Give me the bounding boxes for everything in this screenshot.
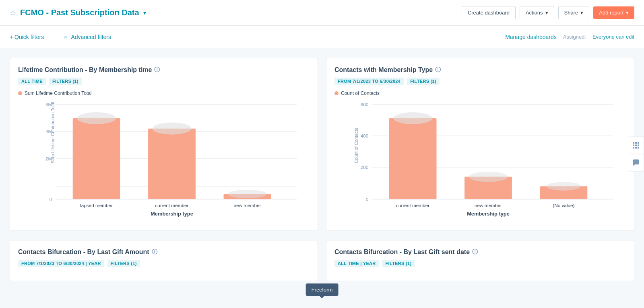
svg-rect-9	[73, 118, 120, 199]
bottom-card-1-tags: FROM 7/1/2023 TO 6/30/2024 | YEAR FILTER…	[18, 260, 310, 267]
assigned-value[interactable]: Everyone can edit	[592, 34, 634, 40]
bottom-card-2-tag-1[interactable]: FILTERS (1)	[382, 260, 415, 267]
svg-text:lapsed member: lapsed member	[80, 203, 113, 208]
svg-point-30	[469, 172, 508, 182]
svg-text:current member: current member	[396, 203, 429, 208]
chat-icon	[632, 159, 640, 166]
filters-bar: + Quick filters ≡ Advanced filters Manag…	[0, 26, 644, 48]
svg-rect-44	[635, 147, 637, 149]
svg-text:(No value): (No value)	[553, 203, 574, 208]
bottom-card-1-title: Contacts Bifurcation - By Last Gift Amou…	[18, 248, 310, 256]
svg-text:600: 600	[361, 102, 369, 107]
svg-rect-38	[635, 142, 637, 144]
filter-icon: ≡	[64, 34, 67, 40]
svg-text:current member: current member	[155, 203, 188, 208]
bottom-partial: Contacts Bifurcation - By Last Gift Amou…	[0, 240, 644, 291]
advanced-filters-button[interactable]: ≡ Advanced filters	[64, 34, 118, 40]
svg-rect-40	[633, 145, 634, 146]
filters-right: Manage dashboards Assigned: Everyone can…	[505, 34, 634, 40]
svg-rect-43	[633, 147, 634, 149]
svg-text:new member: new member	[475, 203, 502, 208]
bottom-card-2: Contacts Bifurcation - By Last Gift sent…	[326, 240, 634, 281]
header-left: ☆ FCMO - Past Subscription Data ▾	[10, 8, 146, 17]
dashboard-grid: Lifetime Contribution - By Membership ti…	[0, 48, 644, 240]
chart-card-2: Contacts with Membership Type ⓘ FROM 7/1…	[326, 58, 634, 230]
chart-1-wrapper: Sum Lifetime Contribution Total 6M 4M 2M…	[38, 100, 305, 222]
chart-2-tags: FROM 7/1/2023 TO 6/30/2024 FILTERS (1)	[334, 78, 626, 85]
page-title: FCMO - Past Subscription Data	[20, 8, 139, 17]
actions-button[interactable]: Actions ▾	[520, 6, 554, 19]
title-dropdown-icon[interactable]: ▾	[143, 10, 146, 16]
chart-1-legend: Sum Lifetime Contribution Total	[18, 90, 310, 96]
manage-dashboards-link[interactable]: Manage dashboards	[505, 34, 557, 40]
side-panel-grid-button[interactable]	[628, 137, 644, 154]
chart-2-info-icon[interactable]: ⓘ	[435, 66, 441, 74]
chart-2-svg: 600 400 200 0 current member new member …	[355, 100, 622, 221]
svg-rect-37	[633, 142, 634, 144]
grid-icon	[632, 142, 640, 149]
share-dropdown-icon: ▾	[580, 10, 583, 16]
quick-filters-button[interactable]: + Quick filters	[10, 34, 50, 40]
svg-point-12	[153, 123, 191, 135]
svg-text:200: 200	[361, 164, 369, 170]
chart-1-info-icon[interactable]: ⓘ	[154, 66, 160, 74]
svg-rect-27	[389, 118, 437, 199]
svg-point-32	[547, 182, 581, 190]
chart-2-legend-dot	[334, 91, 339, 95]
chart-2-tag-0[interactable]: FROM 7/1/2023 TO 6/30/2024	[334, 78, 404, 85]
bottom-card-2-tags: ALL TIME | YEAR FILTERS (1)	[334, 260, 626, 267]
chart-1-title: Lifetime Contribution - By Membership ti…	[18, 66, 310, 74]
bottom-card-1: Contacts Bifurcation - By Last Gift Amou…	[10, 240, 318, 281]
assigned-label: Assigned:	[563, 34, 586, 40]
bottom-card-2-title: Contacts Bifurcation - By Last Gift sent…	[334, 248, 626, 256]
svg-rect-45	[638, 147, 639, 149]
svg-point-28	[393, 112, 432, 124]
chart-2-y-label: Count of Contacts	[354, 128, 359, 163]
chart-1-tags: ALL TIME FILTERS (1)	[18, 78, 310, 85]
svg-rect-11	[148, 129, 196, 199]
bottom-card-2-tag-0[interactable]: ALL TIME | YEAR	[334, 260, 379, 267]
svg-rect-39	[638, 142, 639, 144]
svg-point-14	[228, 190, 266, 198]
svg-text:Membership type: Membership type	[467, 211, 510, 217]
share-button[interactable]: Share ▾	[558, 6, 590, 19]
svg-rect-41	[635, 145, 637, 146]
add-report-dropdown-icon: ▾	[626, 10, 629, 16]
chart-1-tag-0[interactable]: ALL TIME	[18, 78, 46, 85]
chart-1-tag-1[interactable]: FILTERS (1)	[49, 78, 82, 85]
star-icon[interactable]: ☆	[10, 8, 16, 17]
chart-2-title: Contacts with Membership Type ⓘ	[334, 66, 626, 74]
header-right: Create dashboard Actions ▾ Share ▾ Add r…	[462, 6, 634, 19]
bottom-card-1-info-icon[interactable]: ⓘ	[152, 248, 157, 256]
create-dashboard-button[interactable]: Create dashboard	[462, 6, 516, 19]
chart-2-tag-1[interactable]: FILTERS (1)	[407, 78, 440, 85]
header: ☆ FCMO - Past Subscription Data ▾ Create…	[0, 0, 644, 26]
side-panel	[628, 137, 644, 172]
svg-text:new member: new member	[233, 203, 261, 208]
filters-left: + Quick filters ≡ Advanced filters	[10, 33, 118, 41]
chart-2-legend: Count of Contacts	[334, 90, 626, 96]
actions-dropdown-icon: ▾	[545, 10, 548, 16]
bottom-card-1-tag-1[interactable]: FILTERS (1)	[107, 260, 140, 267]
svg-text:Membership type: Membership type	[151, 211, 193, 217]
filter-divider	[57, 33, 57, 41]
bottom-card-1-tag-0[interactable]: FROM 7/1/2023 TO 6/30/2024 | YEAR	[18, 260, 104, 267]
chart-2-wrapper: Count of Contacts 600 400 200 0	[355, 100, 622, 222]
add-report-button[interactable]: Add report ▾	[593, 6, 634, 19]
chart-card-1: Lifetime Contribution - By Membership ti…	[10, 58, 318, 230]
chart-1-legend-dot	[18, 91, 22, 95]
svg-point-10	[77, 112, 116, 124]
svg-text:0: 0	[50, 197, 52, 202]
svg-rect-42	[638, 145, 639, 146]
chart-1-svg: 6M 4M 2M 0 lapsed member current member …	[38, 100, 305, 221]
chart-1-y-label: Sum Lifetime Contribution Total	[50, 102, 55, 164]
svg-text:0: 0	[366, 197, 369, 202]
side-panel-chat-button[interactable]	[628, 154, 644, 171]
svg-text:400: 400	[361, 133, 369, 138]
bottom-card-2-info-icon[interactable]: ⓘ	[472, 248, 478, 256]
